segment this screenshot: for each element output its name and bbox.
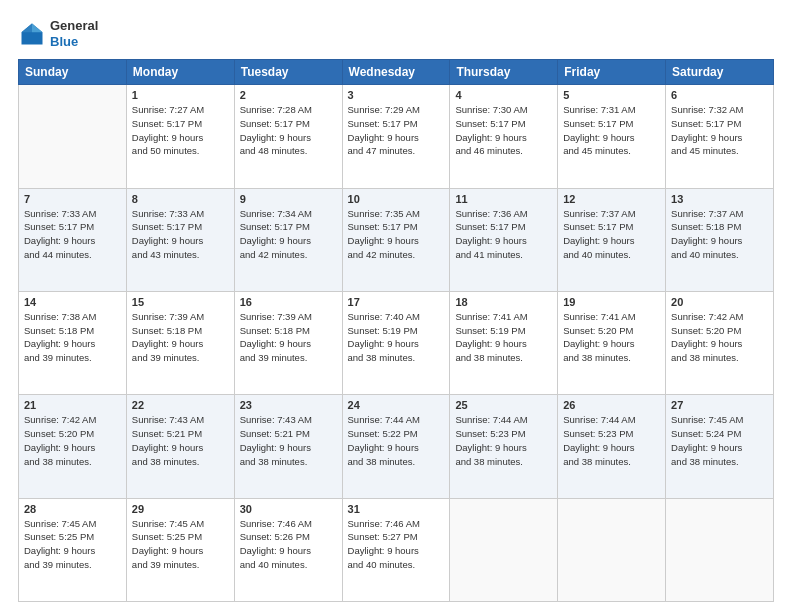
weekday-header: Wednesday (342, 60, 450, 85)
day-number: 8 (132, 193, 229, 205)
day-info: Sunrise: 7:36 AMSunset: 5:17 PMDaylight:… (455, 207, 552, 262)
page: General Blue SundayMondayTuesdayWednesda… (0, 0, 792, 612)
calendar-cell: 5Sunrise: 7:31 AMSunset: 5:17 PMDaylight… (558, 85, 666, 188)
day-info: Sunrise: 7:44 AMSunset: 5:22 PMDaylight:… (348, 413, 445, 468)
day-number: 16 (240, 296, 337, 308)
calendar-cell: 14Sunrise: 7:38 AMSunset: 5:18 PMDayligh… (19, 291, 127, 394)
day-info: Sunrise: 7:42 AMSunset: 5:20 PMDaylight:… (671, 310, 768, 365)
svg-marker-2 (22, 23, 33, 32)
day-number: 11 (455, 193, 552, 205)
day-info: Sunrise: 7:33 AMSunset: 5:17 PMDaylight:… (132, 207, 229, 262)
day-number: 30 (240, 503, 337, 515)
day-info: Sunrise: 7:44 AMSunset: 5:23 PMDaylight:… (455, 413, 552, 468)
day-number: 15 (132, 296, 229, 308)
svg-marker-1 (32, 23, 43, 32)
day-number: 25 (455, 399, 552, 411)
day-info: Sunrise: 7:29 AMSunset: 5:17 PMDaylight:… (348, 103, 445, 158)
weekday-header: Saturday (666, 60, 774, 85)
calendar-cell: 9Sunrise: 7:34 AMSunset: 5:17 PMDaylight… (234, 188, 342, 291)
day-info: Sunrise: 7:43 AMSunset: 5:21 PMDaylight:… (132, 413, 229, 468)
day-info: Sunrise: 7:43 AMSunset: 5:21 PMDaylight:… (240, 413, 337, 468)
calendar-cell (558, 498, 666, 601)
calendar-cell: 27Sunrise: 7:45 AMSunset: 5:24 PMDayligh… (666, 395, 774, 498)
weekday-header: Thursday (450, 60, 558, 85)
calendar-cell: 19Sunrise: 7:41 AMSunset: 5:20 PMDayligh… (558, 291, 666, 394)
day-info: Sunrise: 7:42 AMSunset: 5:20 PMDaylight:… (24, 413, 121, 468)
calendar-cell: 6Sunrise: 7:32 AMSunset: 5:17 PMDaylight… (666, 85, 774, 188)
day-info: Sunrise: 7:27 AMSunset: 5:17 PMDaylight:… (132, 103, 229, 158)
day-number: 21 (24, 399, 121, 411)
day-number: 17 (348, 296, 445, 308)
day-number: 6 (671, 89, 768, 101)
day-info: Sunrise: 7:37 AMSunset: 5:18 PMDaylight:… (671, 207, 768, 262)
calendar-cell: 10Sunrise: 7:35 AMSunset: 5:17 PMDayligh… (342, 188, 450, 291)
logo-icon (18, 20, 46, 48)
weekday-header: Monday (126, 60, 234, 85)
day-info: Sunrise: 7:46 AMSunset: 5:27 PMDaylight:… (348, 517, 445, 572)
day-number: 22 (132, 399, 229, 411)
calendar-cell: 30Sunrise: 7:46 AMSunset: 5:26 PMDayligh… (234, 498, 342, 601)
day-info: Sunrise: 7:45 AMSunset: 5:25 PMDaylight:… (132, 517, 229, 572)
weekday-header: Friday (558, 60, 666, 85)
calendar-cell: 12Sunrise: 7:37 AMSunset: 5:17 PMDayligh… (558, 188, 666, 291)
calendar-cell: 23Sunrise: 7:43 AMSunset: 5:21 PMDayligh… (234, 395, 342, 498)
day-info: Sunrise: 7:46 AMSunset: 5:26 PMDaylight:… (240, 517, 337, 572)
day-number: 23 (240, 399, 337, 411)
calendar-cell: 16Sunrise: 7:39 AMSunset: 5:18 PMDayligh… (234, 291, 342, 394)
day-number: 24 (348, 399, 445, 411)
calendar-cell (19, 85, 127, 188)
logo-text: General Blue (50, 18, 98, 49)
day-number: 27 (671, 399, 768, 411)
day-info: Sunrise: 7:45 AMSunset: 5:25 PMDaylight:… (24, 517, 121, 572)
calendar-cell: 24Sunrise: 7:44 AMSunset: 5:22 PMDayligh… (342, 395, 450, 498)
day-number: 31 (348, 503, 445, 515)
header: General Blue (18, 18, 774, 49)
day-number: 13 (671, 193, 768, 205)
day-number: 19 (563, 296, 660, 308)
day-info: Sunrise: 7:30 AMSunset: 5:17 PMDaylight:… (455, 103, 552, 158)
day-info: Sunrise: 7:44 AMSunset: 5:23 PMDaylight:… (563, 413, 660, 468)
day-info: Sunrise: 7:40 AMSunset: 5:19 PMDaylight:… (348, 310, 445, 365)
calendar-cell: 4Sunrise: 7:30 AMSunset: 5:17 PMDaylight… (450, 85, 558, 188)
calendar-cell: 7Sunrise: 7:33 AMSunset: 5:17 PMDaylight… (19, 188, 127, 291)
day-info: Sunrise: 7:32 AMSunset: 5:17 PMDaylight:… (671, 103, 768, 158)
day-number: 1 (132, 89, 229, 101)
calendar-cell: 21Sunrise: 7:42 AMSunset: 5:20 PMDayligh… (19, 395, 127, 498)
calendar-cell: 15Sunrise: 7:39 AMSunset: 5:18 PMDayligh… (126, 291, 234, 394)
day-number: 14 (24, 296, 121, 308)
calendar-cell: 22Sunrise: 7:43 AMSunset: 5:21 PMDayligh… (126, 395, 234, 498)
day-info: Sunrise: 7:38 AMSunset: 5:18 PMDaylight:… (24, 310, 121, 365)
day-info: Sunrise: 7:31 AMSunset: 5:17 PMDaylight:… (563, 103, 660, 158)
week-row: 7Sunrise: 7:33 AMSunset: 5:17 PMDaylight… (19, 188, 774, 291)
day-number: 29 (132, 503, 229, 515)
calendar-cell (666, 498, 774, 601)
day-info: Sunrise: 7:37 AMSunset: 5:17 PMDaylight:… (563, 207, 660, 262)
day-info: Sunrise: 7:33 AMSunset: 5:17 PMDaylight:… (24, 207, 121, 262)
day-number: 4 (455, 89, 552, 101)
day-number: 20 (671, 296, 768, 308)
logo-blue: Blue (50, 34, 78, 49)
day-number: 10 (348, 193, 445, 205)
calendar-cell: 2Sunrise: 7:28 AMSunset: 5:17 PMDaylight… (234, 85, 342, 188)
calendar-header-row: SundayMondayTuesdayWednesdayThursdayFrid… (19, 60, 774, 85)
logo: General Blue (18, 18, 98, 49)
day-info: Sunrise: 7:41 AMSunset: 5:20 PMDaylight:… (563, 310, 660, 365)
day-info: Sunrise: 7:45 AMSunset: 5:24 PMDaylight:… (671, 413, 768, 468)
calendar-cell: 3Sunrise: 7:29 AMSunset: 5:17 PMDaylight… (342, 85, 450, 188)
day-number: 7 (24, 193, 121, 205)
day-info: Sunrise: 7:28 AMSunset: 5:17 PMDaylight:… (240, 103, 337, 158)
calendar-cell: 11Sunrise: 7:36 AMSunset: 5:17 PMDayligh… (450, 188, 558, 291)
day-number: 2 (240, 89, 337, 101)
calendar-cell: 26Sunrise: 7:44 AMSunset: 5:23 PMDayligh… (558, 395, 666, 498)
calendar-table: SundayMondayTuesdayWednesdayThursdayFrid… (18, 59, 774, 602)
week-row: 1Sunrise: 7:27 AMSunset: 5:17 PMDaylight… (19, 85, 774, 188)
logo-general: General (50, 18, 98, 33)
day-number: 12 (563, 193, 660, 205)
weekday-header: Sunday (19, 60, 127, 85)
day-number: 26 (563, 399, 660, 411)
calendar-cell: 25Sunrise: 7:44 AMSunset: 5:23 PMDayligh… (450, 395, 558, 498)
calendar-cell (450, 498, 558, 601)
calendar-cell: 13Sunrise: 7:37 AMSunset: 5:18 PMDayligh… (666, 188, 774, 291)
day-number: 9 (240, 193, 337, 205)
week-row: 28Sunrise: 7:45 AMSunset: 5:25 PMDayligh… (19, 498, 774, 601)
